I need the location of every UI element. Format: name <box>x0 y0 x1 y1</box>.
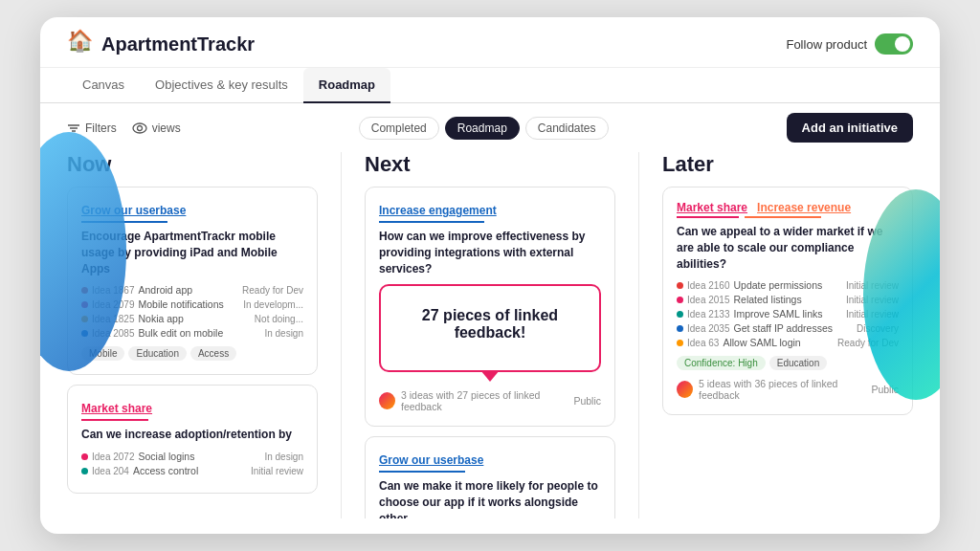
card-increase-engagement-title[interactable]: Increase engagement <box>379 204 497 217</box>
idea-row: Idea 63 Allow SAML login Ready for Dev <box>677 337 899 348</box>
feedback-text: 27 pieces of linked feedback! <box>394 307 586 342</box>
tab-okr[interactable]: Objectives & key results <box>140 68 303 103</box>
bubble-pointer <box>480 370 500 382</box>
follow-product-area: Follow product <box>786 33 913 55</box>
idea-row: Idea 204 Access control Initial review <box>81 465 303 476</box>
filter-button[interactable]: Filters <box>67 121 117 135</box>
follow-product-toggle[interactable] <box>875 33 913 55</box>
card-market-share-later-title[interactable]: Market share <box>677 201 747 214</box>
later-footer-right: Public <box>871 384 899 395</box>
tag: Mobile <box>81 346 124 361</box>
idea-row: Idea 2085 Bulk edit on mobile In design <box>81 327 303 339</box>
logo-area: 🏠 ApartmentTrackr <box>67 31 255 57</box>
column-next-cards: Increase engagement How can we improve e… <box>365 187 615 518</box>
column-later-cards: Market share Increase revenue Can we app… <box>662 187 913 518</box>
card-later-tags: Confidence: High Education <box>677 356 899 370</box>
card-market-share-now-desc: Can we increase adoption/retention by <box>81 427 303 443</box>
confidence-tag: Confidence: High <box>677 356 766 370</box>
column-later-title: Later <box>662 152 913 177</box>
app-logo-icon: 🏠 <box>67 31 94 57</box>
card-tags: Mobile Education Access <box>81 346 303 361</box>
card-later-titles: Market share Increase revenue <box>677 201 899 214</box>
idea-row: Idea 1867 Android app Ready for Dev <box>81 284 303 296</box>
pill-candidates[interactable]: Candidates <box>525 117 609 140</box>
pill-completed[interactable]: Completed <box>359 117 439 140</box>
toolbar: Filters views Completed Roadmap Candidat… <box>40 103 940 152</box>
filter-label: Filters <box>85 121 117 135</box>
column-now-title: Now <box>67 152 318 177</box>
column-now: Now Grow our userbase Encourage Apartmen… <box>67 152 318 518</box>
idea-row: Idea 2015 Related listings Initial revie… <box>677 294 899 305</box>
toolbar-left: Filters views <box>67 121 181 135</box>
idea-row: Idea 2072 Social logins In design <box>81 451 303 462</box>
svg-point-3 <box>133 123 146 133</box>
header: 🏠 ApartmentTrackr Follow product <box>40 17 940 68</box>
card-grow-userbase-next-title[interactable]: Grow our userbase <box>379 453 483 467</box>
views-icon <box>132 122 147 134</box>
pill-roadmap[interactable]: Roadmap <box>445 117 520 140</box>
card-increase-engagement-desc: How can we improve effectiveness by prov… <box>379 229 601 276</box>
idea-row: Idea 2035 Get staff IP addresses Discove… <box>677 322 899 334</box>
card-grow-userbase-next-desc: Can we make it more likely for people to… <box>379 478 601 518</box>
card-grow-userbase-now: Grow our userbase Encourage ApartmentTra… <box>67 187 318 375</box>
card-later-main-desc: Can we appeal to a wider market if we ar… <box>677 224 899 272</box>
svg-point-4 <box>137 125 142 130</box>
column-now-cards: Grow our userbase Encourage ApartmentTra… <box>67 187 318 518</box>
card-grow-userbase-next: Grow our userbase Can we make it more li… <box>365 436 615 518</box>
card-later-main: Market share Increase revenue Can we app… <box>662 187 913 415</box>
column-next: Next Increase engagement How can we impr… <box>365 152 615 518</box>
idea-row: Idea 2133 Improve SAML links Initial rev… <box>677 308 899 320</box>
feedback-footer-right-text: Public <box>573 395 601 407</box>
idea-row: Idea 2079 Mobile notifications In develo… <box>81 298 303 310</box>
main-content: Now Grow our userbase Encourage Apartmen… <box>40 152 940 534</box>
card-market-share-now-title[interactable]: Market share <box>81 402 152 415</box>
feedback-footer-left-text: 3 ideas with 27 pieces of linked feedbac… <box>401 389 573 412</box>
feedback-footer: 3 ideas with 27 pieces of linked feedbac… <box>379 389 601 412</box>
card-increase-revenue-title[interactable]: Increase revenue <box>757 201 851 214</box>
nav-tabs: Canvas Objectives & key results Roadmap <box>40 68 940 103</box>
card-market-share-now: Market share Can we increase adoption/re… <box>67 385 318 494</box>
avatar <box>379 392 395 409</box>
filter-icon <box>67 121 80 135</box>
feedback-bubble: 27 pieces of linked feedback! <box>379 284 601 372</box>
card-increase-engagement: Increase engagement How can we improve e… <box>365 187 615 427</box>
filter-pills: Completed Roadmap Candidates <box>359 117 609 140</box>
tab-roadmap[interactable]: Roadmap <box>303 68 390 103</box>
views-label: views <box>152 121 181 135</box>
tag: Education <box>769 356 827 370</box>
card-grow-userbase-now-desc: Encourage ApartmentTrackr mobile usage b… <box>81 229 303 276</box>
add-initiative-button[interactable]: Add an initiative <box>787 113 913 143</box>
tag: Access <box>190 346 236 361</box>
idea-row: Idea 2160 Update permissions Initial rev… <box>677 279 899 291</box>
avatar <box>677 381 693 398</box>
views-button[interactable]: views <box>132 121 181 135</box>
column-later: Later Market share Increase revenue Can … <box>662 152 913 518</box>
tab-canvas[interactable]: Canvas <box>67 68 140 103</box>
column-next-title: Next <box>365 152 615 177</box>
later-footer-left: 5 ideas with 36 pieces of linked feedbac… <box>699 378 871 401</box>
follow-product-label: Follow product <box>786 37 867 52</box>
card-later-footer: 5 ideas with 36 pieces of linked feedbac… <box>677 378 899 401</box>
tag: Education <box>128 346 186 361</box>
app-name: ApartmentTrackr <box>101 33 255 55</box>
card-grow-userbase-now-title[interactable]: Grow our userbase <box>81 204 186 217</box>
idea-row: Idea 1825 Nokia app Not doing... <box>81 313 303 324</box>
